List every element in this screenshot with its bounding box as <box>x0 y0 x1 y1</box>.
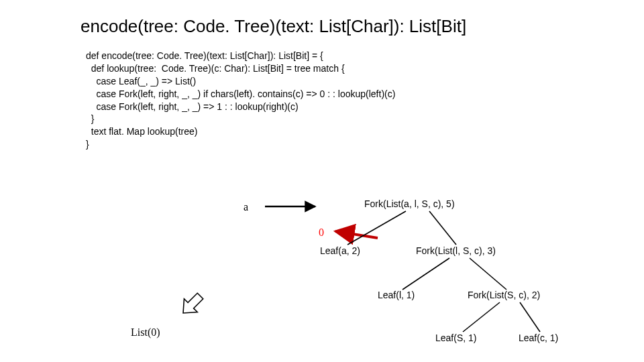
code-line-8: } <box>86 139 89 149</box>
lookup-char-label: a <box>244 201 248 213</box>
code-line-7: text flat. Map lookup(tree) <box>86 126 198 137</box>
tree-node-leaf-a: Leaf(a, 2) <box>320 245 360 256</box>
tree-edge-lsc-right <box>470 258 506 290</box>
code-line-3: case Leaf(_, _) => List() <box>86 76 196 86</box>
code-line-1: def encode(tree: Code. Tree)(text: List[… <box>86 50 323 61</box>
bit-zero-label: 0 <box>319 227 324 239</box>
slide-title: encode(tree: Code. Tree)(text: List[Char… <box>80 16 466 37</box>
code-line-5: case Fork(left, right, _, _) => 1 : : lo… <box>86 101 299 112</box>
tree-node-leaf-c: Leaf(c, 1) <box>519 333 558 343</box>
code-line-4: case Fork(left, right, _, _) if chars(le… <box>86 88 395 99</box>
tree-node-root: Fork(List(a, l, S, c), 5) <box>364 198 455 209</box>
tree-edge-root-left <box>347 211 406 245</box>
tree-node-leaf-s: Leaf(S, 1) <box>435 333 476 343</box>
tree-node-fork-sc: Fork(List(S, c), 2) <box>468 290 540 300</box>
tree-node-fork-lsc: Fork(List(l, S, c), 3) <box>416 245 496 256</box>
arrow-red-bit0 <box>335 231 378 238</box>
tree-edge-sc-left <box>463 302 500 332</box>
tree-node-leaf-l: Leaf(l, 1) <box>378 290 415 300</box>
tree-edge-sc-right <box>520 302 540 332</box>
slide: encode(tree: Code. Tree)(text: List[Char… <box>0 0 644 362</box>
code-block: def encode(tree: Code. Tree)(text: List[… <box>86 50 395 151</box>
tree-edge-root-right <box>429 211 456 245</box>
result-label: List(0) <box>131 326 160 339</box>
code-line-2: def lookup(tree: Code. Tree)(c: Char): L… <box>86 63 345 74</box>
tree-edge-lsc-left <box>402 258 449 290</box>
code-line-6: } <box>86 113 94 124</box>
hollow-arrow-icon <box>176 290 207 320</box>
